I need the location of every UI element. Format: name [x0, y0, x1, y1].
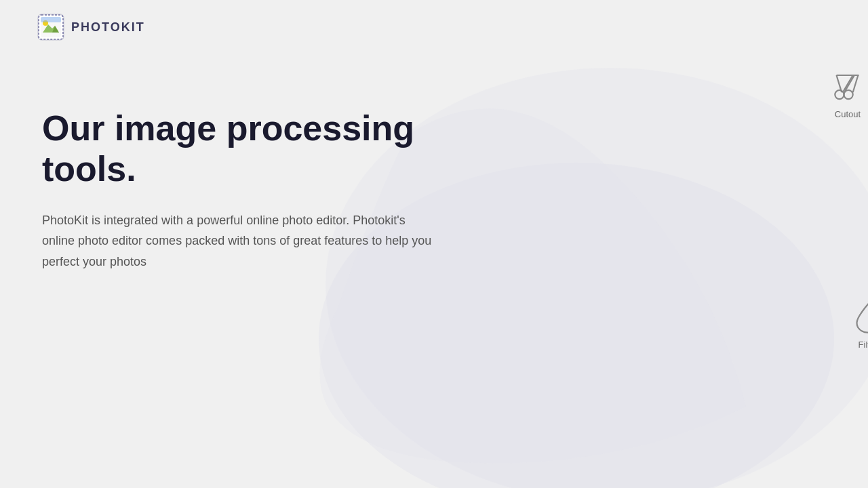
- cutout-label: Cutout: [835, 109, 861, 119]
- svg-rect-9: [41, 17, 61, 22]
- svg-point-10: [835, 90, 844, 99]
- header: PHOTOKIT: [37, 14, 145, 41]
- svg-line-12: [843, 75, 852, 92]
- filter-icon: [850, 298, 869, 336]
- logo-text: PHOTOKIT: [71, 20, 145, 35]
- tools-area: Cutout Smooth: [393, 0, 868, 488]
- tool-filter[interactable]: Filter: [850, 298, 869, 350]
- main-content: Our image processing tools. PhotoKit is …: [42, 108, 449, 272]
- svg-line-13: [845, 75, 854, 92]
- logo-icon: [37, 14, 64, 41]
- cutout-icon: [829, 68, 867, 105]
- page-description: PhotoKit is integrated with a powerful o…: [42, 210, 435, 272]
- page-heading: Our image processing tools.: [42, 108, 449, 190]
- filter-label: Filter: [859, 340, 868, 350]
- tool-cutout[interactable]: Cutout: [829, 68, 867, 119]
